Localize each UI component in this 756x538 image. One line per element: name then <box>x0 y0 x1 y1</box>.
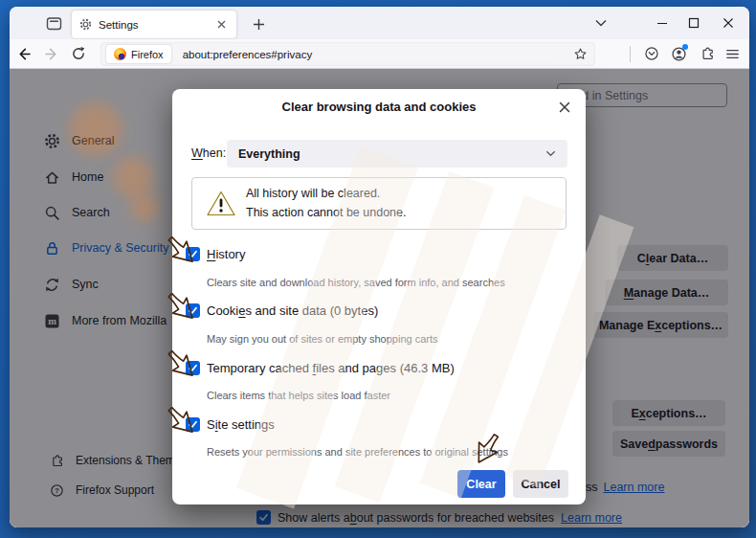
label-part: hen: <box>203 146 226 160</box>
account-icon[interactable] <box>668 43 689 64</box>
checkbox-label: History <box>207 247 245 261</box>
checkbox-label: Cookies and site data (0 bytes) <box>207 303 378 318</box>
back-button[interactable] <box>13 43 34 64</box>
desktop: Settings Firefox about:preferences#priva… <box>0 0 756 538</box>
svg-text:m: m <box>48 316 56 326</box>
label-part: ceptions… <box>661 319 723 332</box>
window-close-button[interactable] <box>714 7 743 39</box>
hamburger-menu-icon[interactable] <box>722 43 743 64</box>
cancel-button[interactable]: Cancel <box>513 470 568 498</box>
dialog-close-icon[interactable] <box>553 96 576 119</box>
navigation-toolbar: Firefox about:preferences#privacy <box>10 39 749 69</box>
sidebar-item-privacy-security[interactable]: Privacy & Security <box>44 236 168 259</box>
account-notification-dot <box>682 44 688 50</box>
clear-browsing-data-dialog: Clear browsing data and cookies When: Ev… <box>172 89 586 504</box>
partially-hidden-setting-text: ss Learn more <box>586 481 664 494</box>
label-part: d <box>648 437 656 451</box>
reload-button[interactable] <box>68 43 89 64</box>
label-part: iles and pages (46.3 MB) <box>316 361 455 375</box>
sidebar-label: More from Mozilla <box>72 314 167 327</box>
breach-learn-more-link[interactable]: Learn more <box>561 511 622 525</box>
breach-alerts-row: Show alerts about passwords for breached… <box>256 510 622 525</box>
clear-data-button[interactable]: Clear Data… <box>617 245 728 271</box>
label-part: ear Data… <box>649 252 708 265</box>
exceptions-button[interactable]: Exceptions… <box>612 400 725 426</box>
sidebar-label: Extensions & Themes <box>76 454 188 467</box>
identity-chip[interactable]: Firefox <box>106 45 171 63</box>
checkbox-row-history[interactable]: History <box>186 247 245 261</box>
label-part: Save <box>620 437 648 451</box>
sidebar-item-home[interactable]: Home <box>44 166 103 189</box>
label-part: W <box>191 146 203 160</box>
label-part: E <box>631 407 638 420</box>
sidebar-label: Home <box>72 170 103 184</box>
sidebar-item-extensions-themes[interactable]: Extensions & Themes <box>50 449 188 472</box>
chevron-down-icon <box>545 150 556 157</box>
checkbox-description: Clears items that helps sites load faste… <box>207 390 390 401</box>
checkbox-row-site-settings[interactable]: Site settings <box>186 417 275 432</box>
svg-text:?: ? <box>55 486 59 495</box>
window-minimize-button[interactable] <box>648 7 677 39</box>
manage-exceptions-button[interactable]: Manage Exceptions… <box>593 312 728 338</box>
checkbox-row-cookies[interactable]: Cookies and site data (0 bytes) <box>186 303 378 318</box>
saved-passwords-button[interactable]: Saved passwords <box>612 431 725 457</box>
label-part: te settings <box>218 417 275 432</box>
cache-checkbox[interactable] <box>186 361 200 375</box>
url-bar[interactable]: Firefox about:preferences#privacy <box>100 42 595 66</box>
when-label: When: <box>191 146 226 160</box>
new-tab-button[interactable] <box>247 13 270 34</box>
watermark-blob <box>130 193 159 222</box>
label-part: Manage E <box>599 319 655 332</box>
label-part: x <box>639 407 646 420</box>
label-part: x <box>655 319 661 332</box>
list-tabs-chevron-icon[interactable] <box>593 16 609 30</box>
lock-icon <box>44 240 60 257</box>
firefox-view-icon[interactable] <box>46 15 62 32</box>
time-range-select[interactable]: Everything <box>227 140 567 168</box>
dialog-title: Clear browsing data and cookies <box>172 100 586 114</box>
puzzle-icon <box>50 454 64 468</box>
sidebar-item-search[interactable]: Search <box>44 201 110 224</box>
manage-data-button[interactable]: Manage Data… <box>605 280 728 305</box>
sidebar-label: General <box>72 134 114 147</box>
window-maximize-button[interactable] <box>679 7 708 39</box>
label-part: M <box>624 286 634 300</box>
tab-close-icon[interactable] <box>213 17 229 33</box>
pocket-icon[interactable] <box>641 43 662 64</box>
checkbox-row-cache[interactable]: Temporary cached files and pages (46.3 M… <box>186 361 455 375</box>
gear-icon <box>79 18 92 31</box>
learn-more-link[interactable]: Learn more <box>604 481 665 494</box>
sidebar-label: Privacy & Security <box>72 241 168 255</box>
sidebar-item-general[interactable]: General <box>44 129 114 152</box>
history-checkbox[interactable] <box>186 247 200 261</box>
sidebar-item-more-from-mozilla[interactable]: m More from Mozilla <box>44 309 167 332</box>
watermark-blob <box>113 157 153 197</box>
titlebar: Settings <box>10 7 749 39</box>
sidebar-item-firefox-support[interactable]: ? Firefox Support <box>50 479 154 502</box>
checkbox-description: Resets your permissions and site prefere… <box>207 446 508 458</box>
checkbox-description: Clears site and download history, saved … <box>207 277 505 288</box>
label-part: b <box>350 511 357 525</box>
toolbar-divider <box>630 46 631 62</box>
label-part: S <box>207 417 215 432</box>
url-text: about:preferences#privacy <box>183 49 570 60</box>
breach-alerts-checkbox[interactable] <box>256 510 271 525</box>
warning-triangle-icon <box>206 190 236 217</box>
tab-settings[interactable]: Settings <box>72 11 236 38</box>
label-part: Temporary cached <box>207 361 313 375</box>
search-icon <box>44 205 60 221</box>
checkbox-label: Site settings <box>207 417 275 432</box>
bookmark-star-icon[interactable] <box>570 45 589 64</box>
cookies-checkbox[interactable] <box>186 303 200 318</box>
extensions-puzzle-icon[interactable] <box>697 43 718 64</box>
sidebar-item-sync[interactable]: Sync <box>44 273 99 296</box>
identity-label: Firefox <box>131 49 164 60</box>
firefox-logo-icon <box>114 48 126 60</box>
forward-button[interactable] <box>40 43 61 64</box>
clear-button[interactable]: Clear <box>457 470 505 498</box>
label-part: ss <box>586 481 598 494</box>
warning-box: All history will be cleared. This action… <box>191 177 567 230</box>
site-settings-checkbox[interactable] <box>186 417 200 432</box>
warning-line-2: This action cannot be undone. <box>246 206 406 219</box>
firefox-window: Settings Firefox about:preferences#priva… <box>10 7 749 527</box>
